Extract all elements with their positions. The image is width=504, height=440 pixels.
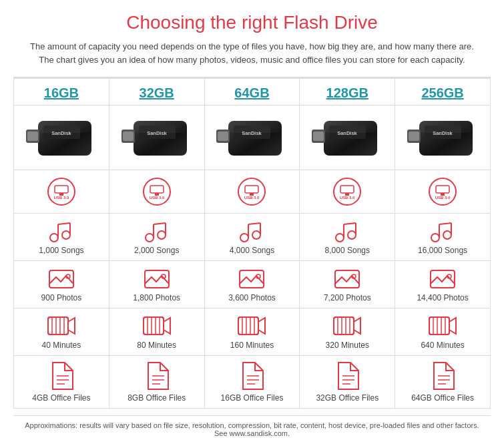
office-cell-128GB: 32GB Office Files [299,356,395,408]
svg-point-71 [443,231,451,239]
svg-rect-31 [55,186,68,193]
svg-text:USB 3.0: USB 3.0 [435,196,451,200]
usb-cell-16GB: USB 3.0 [14,170,109,213]
usb-cell-32GB: USB 3.0 [109,170,204,213]
drive-image-16GB: SanDisk [25,111,98,164]
capacity-label-128GB: 128GB [326,85,368,101]
svg-rect-108 [334,317,354,335]
songs-cell-256GB: 16,000 Songs [395,214,490,260]
photos-row: 900 Photos 1,800 Photos 3,600 Photos 7,2… [14,260,490,308]
svg-rect-85 [48,317,68,335]
svg-point-66 [348,231,356,239]
svg-point-46 [429,178,456,205]
photos-cell-64GB: 3,600 Photos [204,261,300,308]
svg-point-34 [144,178,170,205]
capacity-cell-128GB: 128GB [299,79,395,105]
video-icon [47,314,76,338]
photo-icon [334,266,360,290]
svg-rect-39 [245,186,258,193]
svg-line-64 [248,223,260,224]
file-icon [430,361,455,391]
svg-rect-29 [419,121,473,133]
usb-icon: USB 3.0 [332,177,362,206]
capacity-label-256GB: 256GB [421,85,463,101]
drive-cell-128GB: SanDisk [299,105,395,170]
svg-rect-17 [228,121,282,133]
svg-rect-103 [334,317,354,335]
svg-text:USB 3.0: USB 3.0 [340,196,355,200]
svg-rect-23 [324,121,377,133]
minutes-row: 40 Minutes 80 Minutes 160 Minutes 320 Mi… [14,308,490,355]
svg-rect-20 [313,132,324,141]
minutes-cell-128GB: 320 Minutes [299,308,395,355]
svg-text:USB 3.0: USB 3.0 [54,196,69,200]
svg-rect-5 [38,121,91,133]
video-icon [332,314,362,338]
office-cell-256GB: 64GB Office Files [395,356,490,408]
svg-rect-96 [144,317,164,335]
songs-cell-16GB: 1,000 Songs [14,214,109,260]
capacity-cell-32GB: 32GB [109,79,204,105]
usb-icon: USB 3.0 [47,177,76,206]
file-icon [144,361,170,391]
svg-text:USB 3.0: USB 3.0 [244,196,260,200]
capacity-label-32GB: 32GB [140,85,174,101]
drive-cell-32GB: SanDisk [109,105,204,170]
file-icon [49,361,74,391]
drive-image-32GB: SanDisk [120,111,194,164]
songs-row: 1,000 Songs 2,000 Songs 4,000 Songs 8,00… [14,213,490,260]
page-wrapper: Choosing the right Flash Drive The amoun… [0,0,504,440]
svg-point-30 [48,178,75,205]
svg-rect-47 [436,186,449,193]
usb-row: USB 3.0 USB 3.0 USB 3.0 USB 3.0 USB 3.0 [14,170,490,213]
capacity-label-64GB: 64GB [234,85,269,101]
minutes-cell-256GB: 640 Minutes [395,308,490,355]
capacity-cell-256GB: 256GB [395,79,490,105]
subtitle: The amount of capacity you need depends … [13,40,491,66]
usb-cell-256GB: USB 3.0 [395,170,490,213]
drive-image-64GB: SanDisk [215,111,288,164]
svg-rect-109 [429,317,449,335]
svg-rect-114 [429,317,449,335]
svg-point-42 [334,178,360,205]
drive-image-256GB: SanDisk [406,111,479,164]
svg-line-54 [58,223,70,224]
photos-cell-32GB: 1,800 Photos [109,261,204,308]
usb-cell-128GB: USB 3.0 [299,170,395,213]
video-icon [428,314,457,338]
svg-rect-8 [123,132,134,141]
svg-point-60 [240,234,248,242]
svg-point-70 [431,234,439,242]
drive-image-128GB: SanDisk [310,111,384,164]
svg-rect-26 [409,132,419,141]
drive-cell-256GB: SanDisk [395,105,490,170]
usb-cell-64GB: USB 3.0 [204,170,300,213]
minutes-cell-16GB: 40 Minutes [14,308,109,355]
songs-cell-128GB: 8,000 Songs [299,214,395,260]
office-row: 4GB Office Files 8GB Office Files 16GB O… [14,355,490,408]
photo-icon [238,266,265,290]
capacity-row: 16GB32GB64GB128GB256GB [14,78,490,105]
svg-point-61 [252,231,260,239]
office-cell-64GB: 16GB Office Files [204,356,300,408]
svg-line-74 [439,223,451,224]
music-icon [238,219,265,243]
drive-image-row: SanDisk SanDisk [14,105,490,170]
svg-line-59 [154,223,166,224]
video-icon [237,314,266,338]
photo-icon [144,266,170,290]
drive-cell-16GB: SanDisk [14,105,109,170]
svg-rect-14 [218,132,228,141]
svg-point-50 [50,234,58,242]
footer-note: Approximations: results will vary based … [13,415,491,437]
svg-rect-91 [144,317,164,335]
photos-cell-128GB: 7,200 Photos [299,261,395,308]
usb-icon: USB 3.0 [237,177,266,206]
music-icon [334,219,360,243]
svg-rect-97 [238,317,258,335]
photos-cell-16GB: 900 Photos [14,261,109,308]
songs-cell-32GB: 2,000 Songs [109,214,204,260]
photo-icon [48,266,75,290]
svg-rect-90 [48,317,68,335]
minutes-cell-64GB: 160 Minutes [204,308,300,355]
